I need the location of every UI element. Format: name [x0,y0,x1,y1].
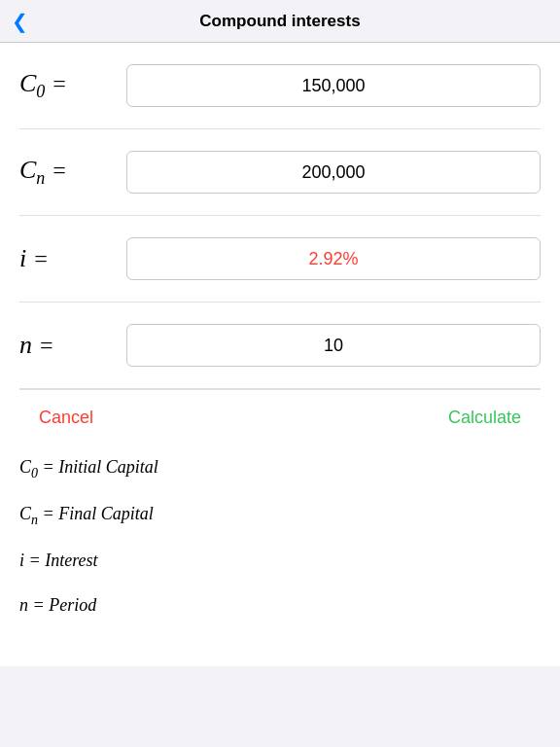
input-cn[interactable] [126,151,541,194]
nav-title: Compound interests [199,12,360,31]
nav-bar: ❮ Compound interests [0,0,560,43]
equals-i: = [33,246,49,271]
legend-item-cn: Cn = Final Capital [19,502,541,529]
label-cn: Cn = [19,156,126,189]
label-cn-sub: n [36,168,45,188]
input-n[interactable] [126,324,541,367]
label-i-main: i [19,244,26,272]
field-row-cn: Cn = [19,129,541,216]
legend-n-var: n = Period [19,595,96,615]
back-button[interactable]: ❮ [12,10,28,33]
field-row-i: i = [19,216,541,302]
calculate-button[interactable]: Calculate [429,408,541,428]
legend-c0-var: C0 = Initial Capital [19,457,158,477]
equals-c0: = [52,71,67,96]
action-row: Cancel Calculate [19,389,541,445]
label-cn-main: C [19,156,36,184]
label-c0-sub: 0 [36,82,45,101]
field-row-n: n = [19,302,541,389]
legend-item-i: i = Interest [19,549,541,573]
label-c0: C0 = [19,69,126,102]
legend-cn-var: Cn = Final Capital [19,504,154,523]
input-i[interactable] [126,237,541,280]
label-c0-main: C [19,69,36,97]
legend-i-var: i = Interest [19,551,97,570]
equals-n: = [39,333,54,358]
cancel-button[interactable]: Cancel [19,408,113,428]
label-n-main: n [19,331,32,359]
legend-section: C0 = Initial Capital Cn = Final Capital … [0,445,560,666]
label-n: n = [19,331,126,360]
legend-item-c0: C0 = Initial Capital [19,455,541,482]
main-content: C0 = Cn = i = n = Cancel Calculate [0,43,560,445]
legend-item-n: n = Period [19,593,541,618]
field-row-c0: C0 = [19,43,541,129]
input-c0[interactable] [126,64,541,107]
label-i: i = [19,244,126,273]
equals-cn: = [52,158,67,183]
back-icon: ❮ [12,10,28,33]
